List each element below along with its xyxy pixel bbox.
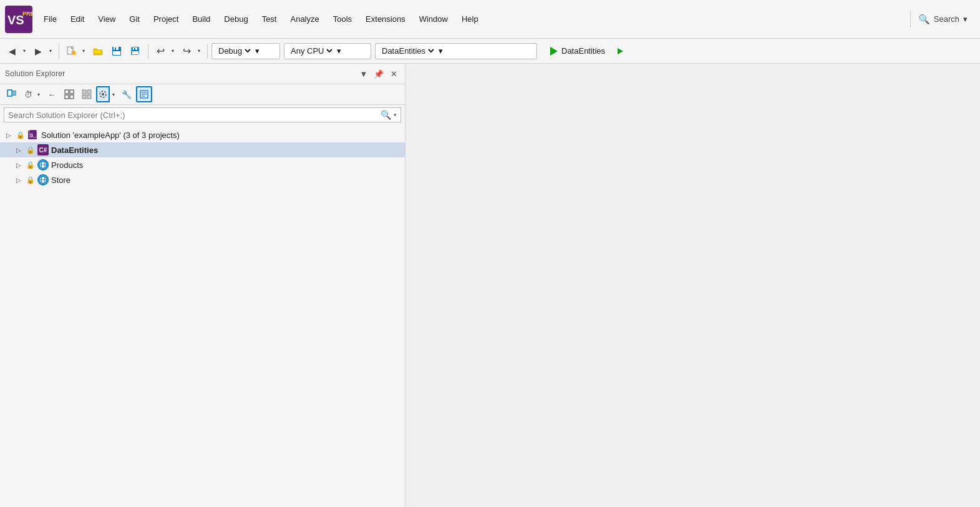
solution-expand-icon[interactable]: ▷	[4, 130, 14, 140]
run-button[interactable]: DataEntities	[543, 42, 612, 60]
store-web-icon	[37, 174, 49, 185]
new-item-dropdown[interactable]: ▾	[79, 43, 88, 59]
save-button[interactable]	[108, 42, 125, 60]
se-header-icons: ▼ 📌 ✕	[357, 67, 400, 80]
menu-debug[interactable]: Debug	[218, 12, 254, 26]
solution-label: Solution 'exampleApp' (3 of 3 projects)	[41, 130, 180, 140]
svg-rect-22	[65, 95, 69, 99]
store-lock-icon: 🔒	[26, 176, 35, 184]
forward-dropdown[interactable]: ▾	[46, 43, 55, 59]
forward-button[interactable]: ▶	[30, 43, 46, 59]
menu-edit[interactable]: Edit	[64, 12, 90, 26]
svg-rect-24	[82, 90, 86, 94]
menu-extensions[interactable]: Extensions	[359, 12, 412, 26]
run-dropdown[interactable]	[614, 42, 626, 60]
se-search-icon: 🔍	[381, 110, 391, 120]
menu-search-label[interactable]: Search	[934, 14, 959, 24]
store-label: Store	[51, 175, 70, 185]
se-search-input[interactable]	[8, 111, 378, 120]
dataentities-lock-icon: 🔒	[26, 146, 35, 154]
svg-text:VS: VS	[7, 13, 24, 27]
menu-tools[interactable]: Tools	[327, 12, 358, 26]
menu-window[interactable]: Window	[413, 12, 454, 26]
menu-help[interactable]: Help	[455, 12, 485, 26]
se-collapse-all-button[interactable]	[61, 86, 77, 102]
new-item-button[interactable]	[63, 42, 79, 60]
se-properties-button[interactable]: 🔧	[119, 86, 135, 102]
solution-icon: S	[27, 129, 39, 140]
svg-point-28	[102, 93, 104, 96]
svg-rect-26	[82, 95, 86, 99]
run-dropdown-icon	[618, 48, 623, 54]
startup-dropdown[interactable]: DataEntities ▾	[375, 43, 537, 59]
separator-1	[59, 44, 59, 59]
config-dropdown[interactable]: Debug ▾	[211, 43, 280, 59]
config-select[interactable]: Debug	[216, 46, 253, 56]
config-dropdown-arrow: ▾	[255, 46, 260, 56]
products-expand-icon[interactable]: ▷	[14, 160, 24, 170]
menu-build[interactable]: Build	[186, 12, 216, 26]
se-show-all-button[interactable]	[79, 86, 95, 102]
store-expand-icon[interactable]: ▷	[14, 175, 24, 185]
svg-rect-9	[115, 47, 116, 50]
menu-search-icon: 🔍	[918, 14, 930, 25]
save-all-button[interactable]	[127, 42, 144, 60]
se-close-icon[interactable]: ✕	[387, 67, 400, 80]
menu-test[interactable]: Test	[256, 12, 283, 26]
se-view-code-button[interactable]	[136, 86, 152, 102]
menu-search-area[interactable]: 🔍 Search ▾	[910, 11, 975, 27]
se-settings-dropdown[interactable]: ▾	[110, 86, 117, 102]
svg-text:S: S	[30, 132, 34, 138]
platform-dropdown[interactable]: Any CPU ▾	[284, 43, 371, 59]
dataentities-expand-icon[interactable]: ▷	[14, 145, 24, 155]
svg-rect-15	[132, 51, 138, 54]
redo-button[interactable]: ↪	[178, 43, 195, 59]
main-toolbar: ◀ ▾ ▶ ▾ ▾	[0, 39, 980, 64]
se-back-button[interactable]: ←	[44, 86, 60, 102]
redo-dropdown[interactable]: ▾	[195, 43, 203, 59]
menu-search-dropdown-icon[interactable]: ▾	[963, 14, 968, 24]
svg-rect-21	[70, 90, 74, 94]
menu-analyze[interactable]: Analyze	[284, 12, 325, 26]
se-pin-icon[interactable]: 📌	[372, 67, 385, 80]
project-products[interactable]: ▷ 🔒 Products	[0, 157, 405, 172]
project-dataentities[interactable]: ▷ 🔒 C# DataEntities	[0, 142, 405, 157]
platform-dropdown-arrow: ▾	[337, 46, 341, 56]
project-store[interactable]: ▷ 🔒 Store	[0, 172, 405, 187]
se-search-dropdown[interactable]: ▾	[394, 112, 397, 118]
se-search-box[interactable]: 🔍 ▾	[4, 107, 401, 122]
open-button[interactable]	[89, 42, 107, 60]
dataentities-csharp-icon: C#	[37, 144, 49, 155]
menu-items: File Edit View Git Project Build Debug T…	[37, 12, 910, 26]
menu-git[interactable]: Git	[123, 12, 146, 26]
se-history-button[interactable]: ⏱	[21, 86, 35, 102]
se-collapse-icon[interactable]: ▼	[357, 67, 370, 80]
startup-select[interactable]: DataEntities	[379, 46, 436, 56]
se-history-dropdown[interactable]: ▾	[35, 86, 42, 102]
se-header: Solution Explorer ▼ 📌 ✕	[0, 64, 405, 84]
new-item-group: ▾	[63, 42, 88, 60]
svg-rect-25	[87, 90, 91, 94]
undo-button[interactable]: ↩	[152, 43, 168, 59]
undo-group: ↩ ▾	[152, 43, 177, 59]
redo-group: ↪ ▾	[178, 43, 203, 59]
back-dropdown[interactable]: ▾	[20, 43, 29, 59]
menu-project[interactable]: Project	[147, 12, 185, 26]
solution-node[interactable]: ▷ 🔒 S Solution 'exampleApp' (3 of 3 proj…	[0, 127, 405, 142]
menu-file[interactable]: File	[37, 12, 63, 26]
run-button-label: DataEntities	[561, 46, 605, 56]
menu-bar: VS PRE File Edit View Git Project Build …	[0, 0, 980, 39]
back-button[interactable]: ◀	[4, 43, 20, 59]
solution-lock-icon: 🔒	[16, 131, 25, 139]
se-sync-button[interactable]	[4, 86, 20, 102]
content-area	[405, 64, 980, 507]
se-toolbar: ⏱ ▾ ←	[0, 84, 405, 105]
platform-select[interactable]: Any CPU	[288, 46, 334, 56]
nav-forward-group: ▶ ▾	[30, 43, 55, 59]
solution-explorer-panel: Solution Explorer ▼ 📌 ✕ ⏱ ▾	[0, 64, 405, 507]
undo-dropdown[interactable]: ▾	[168, 43, 177, 59]
nav-back-group: ◀ ▾	[4, 43, 29, 59]
separator-3	[207, 44, 208, 59]
se-settings-button[interactable]	[96, 86, 110, 102]
menu-view[interactable]: View	[92, 12, 122, 26]
